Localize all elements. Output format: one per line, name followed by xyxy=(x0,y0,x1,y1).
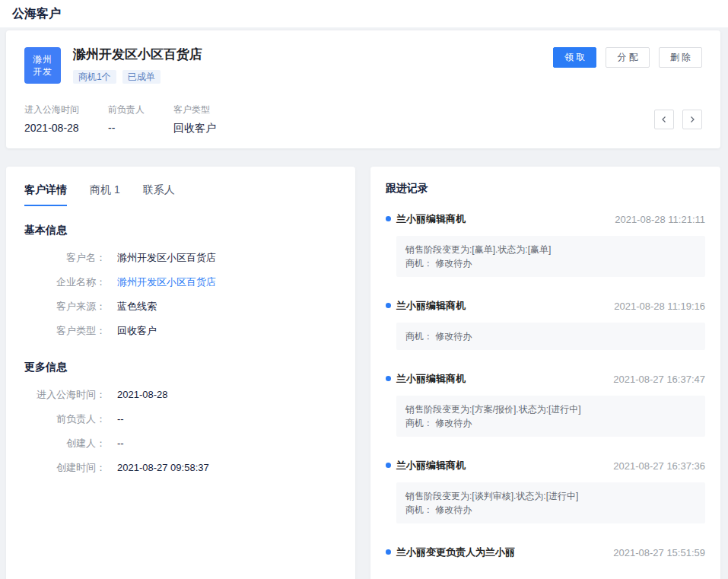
top-bar: 公海客户 xyxy=(0,0,728,27)
field-enterprise-name: 企业名称： 滁州开发区小区百货店 xyxy=(24,270,337,294)
info-value: -- xyxy=(108,121,145,135)
timeline-item: 兰小丽变更负责人为兰小丽 2021-08-27 15:51:59 xyxy=(386,546,705,559)
timeline-item-time: 2021-08-27 16:37:47 xyxy=(613,374,705,385)
customer-pager xyxy=(654,110,702,129)
timeline-item-detail: 销售阶段变更为:[方案/报价].状态为:[进行中] 商机： 修改待办 xyxy=(396,396,705,437)
field-value: -- xyxy=(117,413,124,425)
timeline-detail-line: 商机： 修改待办 xyxy=(405,503,696,517)
assign-button[interactable]: 分 配 xyxy=(606,47,649,68)
info-label: 客户类型 xyxy=(173,103,216,116)
chevron-right-icon xyxy=(688,116,696,123)
tab-contacts[interactable]: 联系人 xyxy=(143,183,175,206)
timeline-item-head: 兰小丽变更负责人为兰小丽 2021-08-27 15:51:59 xyxy=(396,546,705,559)
next-customer-button[interactable] xyxy=(682,110,702,129)
customer-name: 滁州开发区小区百货店 xyxy=(73,47,202,62)
field-value: 回收客户 xyxy=(117,325,157,337)
tab-opportunities[interactable]: 商机 1 xyxy=(90,183,120,206)
field-value: 滁州开发区小区百货店 xyxy=(117,252,216,264)
follow-up-records-card: 跟进记录 兰小丽编辑商机 2021-08-28 11:21:11 销售阶段变更为… xyxy=(370,167,720,579)
page-body: 滁州 开发 滁州开发区小区百货店 商机1个 已成单 领 取 分 配 删 除 进入… xyxy=(0,27,728,579)
prev-customer-button[interactable] xyxy=(654,110,674,129)
header-actions: 领 取 分 配 删 除 xyxy=(553,47,702,68)
timeline-item-head: 兰小丽编辑商机 2021-08-27 16:37:47 xyxy=(396,372,705,386)
timeline-item: 兰小丽编辑商机 2021-08-28 11:21:11 销售阶段变更为:[赢单]… xyxy=(386,212,705,277)
field-label: 企业名称： xyxy=(24,276,106,288)
timeline-dot xyxy=(386,216,391,221)
enterprise-name-link[interactable]: 滁州开发区小区百货店 xyxy=(117,276,216,288)
tag-deal-closed: 已成单 xyxy=(122,70,161,84)
timeline-item-time: 2021-08-28 11:19:16 xyxy=(614,301,705,312)
customer-detail-card: 客户详情 商机 1 联系人 基本信息 客户名： 滁州开发区小区百货店 企业名称：… xyxy=(6,167,355,579)
customer-header-card: 滁州 开发 滁州开发区小区百货店 商机1个 已成单 领 取 分 配 删 除 进入… xyxy=(6,30,720,148)
timeline-detail-line: 销售阶段变更为:[方案/报价].状态为:[进行中] xyxy=(405,402,696,416)
customer-tags: 商机1个 已成单 xyxy=(73,70,202,84)
timeline-item-title: 兰小丽编辑商机 xyxy=(396,299,466,313)
timeline-detail-line: 商机： 修改待办 xyxy=(405,256,696,270)
field-label: 客户来源： xyxy=(24,301,106,313)
content-columns: 客户详情 商机 1 联系人 基本信息 客户名： 滁州开发区小区百货店 企业名称：… xyxy=(6,167,720,579)
delete-button[interactable]: 删 除 xyxy=(659,47,702,68)
header-top-row: 滁州 开发 滁州开发区小区百货店 商机1个 已成单 领 取 分 配 删 除 xyxy=(24,47,702,84)
timeline-item-time: 2021-08-27 16:37:36 xyxy=(613,460,705,472)
info-customer-type: 客户类型 回收客户 xyxy=(173,103,216,135)
timeline-item-title: 兰小丽变更负责人为兰小丽 xyxy=(396,546,515,559)
timeline-dot xyxy=(386,376,391,381)
field-label: 客户名： xyxy=(24,252,106,264)
timeline-item-head: 兰小丽编辑商机 2021-08-28 11:21:11 xyxy=(396,212,705,226)
field-value: -- xyxy=(117,437,124,450)
field-creator: 创建人： -- xyxy=(24,431,337,456)
info-value: 2021-08-28 xyxy=(24,121,79,135)
info-label: 进入公海时间 xyxy=(24,103,79,116)
chevron-left-icon xyxy=(660,116,668,123)
field-label: 创建人： xyxy=(24,437,106,450)
tag-opportunity-count: 商机1个 xyxy=(73,70,116,84)
timeline-item-head: 兰小丽编辑商机 2021-08-28 11:19:16 xyxy=(396,299,705,313)
tab-customer-detail[interactable]: 客户详情 xyxy=(24,183,67,206)
field-value: 2021-08-27 09:58:37 xyxy=(117,462,209,474)
timeline-detail-line: 销售阶段变更为:[谈判审核].状态为:[进行中] xyxy=(405,489,696,503)
timeline-item: 兰小丽编辑商机 2021-08-27 16:37:36 销售阶段变更为:[谈判审… xyxy=(386,459,705,523)
timeline-item-head: 兰小丽编辑商机 2021-08-27 16:37:36 xyxy=(396,459,705,472)
timeline-item-title: 兰小丽编辑商机 xyxy=(396,372,466,386)
header-info-row: 进入公海时间 2021-08-28 前负责人 -- 客户类型 回收客户 xyxy=(24,103,702,135)
field-enter-pool-time: 进入公海时间： 2021-08-28 xyxy=(24,383,337,407)
timeline-dot xyxy=(386,303,391,308)
field-value: 蓝色线索 xyxy=(117,301,157,313)
field-customer-type: 客户类型： 回收客户 xyxy=(24,319,337,343)
field-label: 前负责人： xyxy=(24,413,106,425)
timeline-item-detail: 销售阶段变更为:[谈判审核].状态为:[进行中] 商机： 修改待办 xyxy=(396,482,705,523)
claim-button[interactable]: 领 取 xyxy=(553,47,596,68)
timeline-item: 兰小丽编辑商机 2021-08-28 11:19:16 商机： 修改待办 xyxy=(386,299,705,350)
field-label: 客户类型： xyxy=(24,325,106,337)
detail-tabs: 客户详情 商机 1 联系人 xyxy=(24,183,337,206)
page-title: 公海客户 xyxy=(12,6,61,22)
info-value: 回收客户 xyxy=(173,121,216,135)
avatar-text-line2: 开发 xyxy=(33,65,52,78)
timeline-detail-line: 商机： 修改待办 xyxy=(405,329,696,343)
info-enter-pool-time: 进入公海时间 2021-08-28 xyxy=(24,103,79,135)
field-previous-owner: 前负责人： -- xyxy=(24,407,337,431)
timeline-dot xyxy=(386,549,391,555)
field-value: 2021-08-28 xyxy=(117,389,168,401)
customer-name-block: 滁州开发区小区百货店 商机1个 已成单 xyxy=(73,47,202,84)
timeline-item: 兰小丽编辑商机 2021-08-27 16:37:47 销售阶段变更为:[方案/… xyxy=(386,372,705,437)
timeline-item-detail: 商机： 修改待办 xyxy=(396,323,705,350)
info-previous-owner: 前负责人 -- xyxy=(108,103,145,135)
more-info-section-title: 更多信息 xyxy=(24,361,337,374)
field-label: 创建时间： xyxy=(24,462,106,474)
info-label: 前负责人 xyxy=(108,103,145,116)
timeline-item-time: 2021-08-28 11:21:11 xyxy=(615,214,705,225)
avatar-text-line1: 滁州 xyxy=(33,53,52,65)
field-label: 进入公海时间： xyxy=(24,389,106,401)
field-customer-source: 客户来源： 蓝色线索 xyxy=(24,294,337,319)
field-customer-name: 客户名： 滁州开发区小区百货店 xyxy=(24,246,337,270)
basic-info-section-title: 基本信息 xyxy=(24,224,337,237)
timeline-item-detail: 销售阶段变更为:[赢单].状态为:[赢单] 商机： 修改待办 xyxy=(396,236,705,277)
timeline-dot xyxy=(386,463,391,468)
timeline-detail-line: 商机： 修改待办 xyxy=(405,416,696,430)
field-create-time: 创建时间： 2021-08-27 09:58:37 xyxy=(24,456,337,480)
timeline-item-title: 兰小丽编辑商机 xyxy=(396,212,466,226)
timeline-item-title: 兰小丽编辑商机 xyxy=(396,459,466,472)
timeline-item-time: 2021-08-27 15:51:59 xyxy=(613,547,705,558)
follow-up-records-title: 跟进记录 xyxy=(386,182,705,196)
